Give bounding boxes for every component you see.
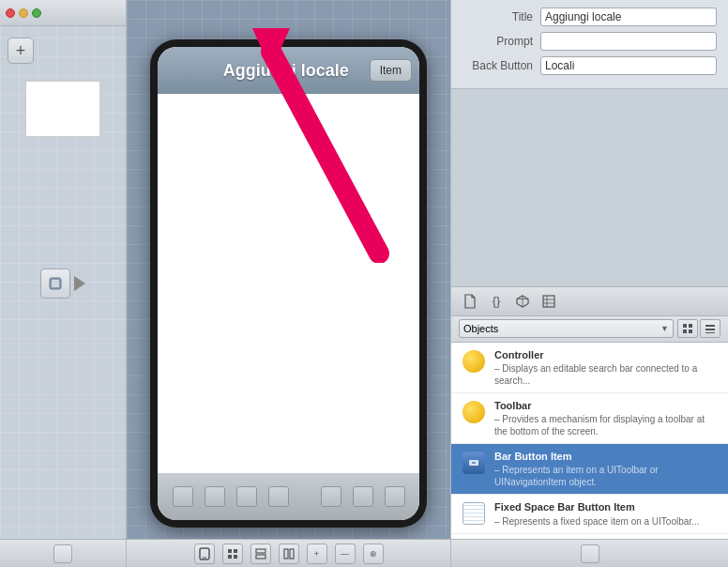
grid-view-button[interactable] [677, 319, 698, 338]
right-panel: Title Prompt Back Button {} [450, 0, 728, 567]
svg-rect-14 [290, 549, 294, 559]
grid-icon [227, 548, 238, 559]
ios-device: Aggiungi locale Item [150, 39, 427, 528]
center-bottom-icon-dash[interactable]: — [335, 544, 356, 564]
bar-button-desc: – Represents an item on a UIToolbar or U… [494, 464, 719, 488]
object-item-controller[interactable]: Controller – Displays an editable search… [451, 343, 728, 393]
object-item-fixed-space[interactable]: Fixed Space Bar Button Item – Represents… [451, 495, 728, 533]
title-label: Title [463, 10, 533, 23]
device-icon [199, 547, 210, 560]
object-item-toolbar[interactable]: Toolbar – Provides a mechanism for displ… [451, 393, 728, 444]
maximize-button[interactable] [32, 8, 41, 18]
svg-rect-1 [52, 280, 59, 287]
ios-bottom-icon-3 [236, 486, 257, 507]
center-bottom-icon-layout[interactable] [250, 544, 271, 564]
view-mode-buttons [677, 319, 720, 338]
objects-list: Controller – Displays an editable search… [451, 343, 728, 540]
svg-rect-10 [234, 555, 237, 559]
svg-rect-25 [689, 329, 692, 333]
object-item-bar-button[interactable]: Bar Button Item – Represents an item on … [451, 444, 728, 495]
grid-view-icon [683, 324, 692, 333]
svg-rect-8 [234, 549, 237, 553]
table-inspector-icon[interactable] [538, 290, 560, 313]
controller-text: Controller – Displays an editable search… [494, 348, 719, 387]
ios-item-button[interactable]: Item [370, 59, 412, 82]
ios-bottom-icon-4 [268, 486, 289, 507]
window-controls [6, 8, 41, 18]
toolbar-text: Toolbar – Provides a mechanism for displ… [494, 399, 719, 437]
bar-button-name: Bar Button Item [494, 451, 572, 462]
ios-bottom-icon-5 [321, 486, 341, 507]
bar-button-inner-icon [467, 456, 480, 469]
scene-icon-svg [48, 276, 63, 291]
layout-icon [255, 548, 266, 559]
svg-rect-24 [683, 329, 687, 333]
fixed-space-icon [461, 500, 487, 527]
add-object-button[interactable]: + [8, 38, 34, 64]
dash-label: — [341, 549, 349, 559]
prompt-input[interactable] [540, 32, 717, 51]
center-bottom-icon-device[interactable] [194, 544, 215, 564]
svg-rect-13 [284, 549, 288, 559]
svg-rect-11 [256, 549, 265, 553]
flow-icon [283, 548, 295, 559]
center-panel: Aggiungi locale Item [127, 0, 450, 567]
ios-bottom-icon-6 [353, 486, 373, 507]
objects-dropdown-arrow: ▼ [660, 324, 669, 333]
zoom-out-label: ⊕ [370, 549, 377, 559]
prompt-property-row: Prompt [463, 32, 717, 51]
bar-button-text: Bar Button Item – Represents an item on … [494, 450, 719, 488]
cube-icon [516, 295, 529, 308]
toolbar-icon [461, 399, 487, 425]
close-button[interactable] [6, 8, 15, 18]
fixed-space-text: Fixed Space Bar Button Item – Represents… [494, 500, 719, 527]
file-icon [463, 294, 477, 309]
table-icon [542, 295, 555, 308]
ios-content [158, 94, 419, 473]
zoom-in-label: + [314, 549, 319, 559]
code-inspector-icon[interactable]: {} [485, 290, 508, 313]
add-button-container: + [0, 30, 126, 71]
bar-button-icon [461, 450, 487, 476]
title-input[interactable] [540, 8, 717, 26]
svg-rect-28 [705, 332, 715, 333]
svg-rect-7 [228, 549, 232, 553]
center-bottom-icon-flow[interactable] [279, 544, 299, 564]
ios-bottom-icon-2 [205, 486, 225, 507]
toolbar-desc: – Provides a mechanism for displaying a … [494, 413, 719, 437]
ios-bottom-icon-7 [385, 486, 405, 507]
filter-bar: Objects ▼ [451, 316, 728, 343]
controller-icon-shape [463, 350, 485, 373]
list-view-button[interactable] [700, 319, 720, 338]
cube-inspector-icon[interactable] [511, 290, 534, 313]
right-bottom-icon [581, 544, 599, 563]
prompt-label: Prompt [463, 35, 533, 48]
center-bottom-bar: + — ⊕ [127, 539, 450, 567]
right-middle-spacer [451, 89, 728, 286]
arrow-connector-icon [74, 276, 85, 291]
objects-dropdown[interactable]: Objects ▼ [459, 319, 674, 338]
ios-screen: Aggiungi locale Item [158, 47, 419, 520]
left-bottom-bar [0, 539, 126, 567]
center-bottom-icon-zoom-in[interactable]: + [307, 544, 327, 564]
fixed-space-icon-shape [463, 502, 485, 525]
svg-rect-12 [256, 555, 265, 559]
back-button-label: Back Button [463, 59, 533, 72]
ios-nav-bar: Aggiungi locale Item [158, 47, 419, 94]
title-property-row: Title [463, 8, 717, 26]
fixed-space-desc: – Represents a fixed space item on a UIT… [494, 515, 719, 528]
list-view-icon [705, 324, 715, 333]
center-bottom-icon-zoom-out[interactable]: ⊕ [363, 544, 384, 564]
svg-rect-23 [689, 324, 692, 328]
toolbar-name: Toolbar [494, 400, 532, 411]
code-icon-label: {} [493, 294, 501, 308]
left-bottom-icon [53, 544, 72, 563]
minimize-button[interactable] [19, 8, 28, 18]
left-top-bar [0, 0, 126, 26]
back-button-input[interactable] [540, 56, 717, 75]
objects-dropdown-label: Objects [463, 323, 498, 334]
file-inspector-icon[interactable] [459, 290, 481, 313]
svg-rect-27 [705, 329, 715, 330]
center-bottom-icon-grid[interactable] [222, 544, 243, 564]
svg-rect-18 [543, 296, 554, 307]
